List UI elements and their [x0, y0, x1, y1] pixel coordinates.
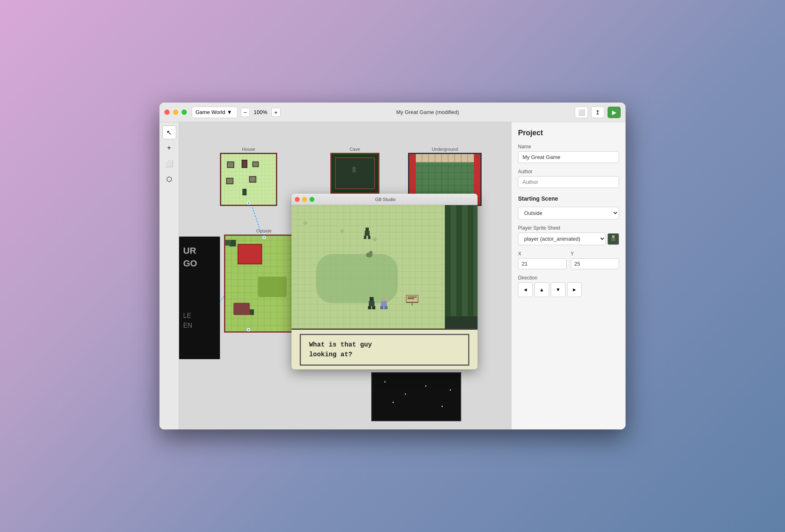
name-label: Name	[518, 144, 619, 150]
zoom-controls: − 100% +	[241, 108, 280, 117]
view-tool[interactable]: ⬡	[162, 172, 176, 186]
left-toolbar: ↖ + ⬜ ⬡	[159, 122, 179, 429]
play-button[interactable]: ▶	[608, 107, 621, 118]
svg-rect-18	[408, 297, 417, 297]
direction-label: Direction	[518, 275, 619, 281]
dialog-box: What is that guylooking at?	[292, 329, 478, 369]
zoom-level: 100%	[251, 109, 270, 115]
svg-rect-9	[370, 297, 374, 301]
starting-scene-title: Starting Scene	[518, 195, 619, 202]
panel-title: Project	[518, 129, 619, 137]
name-input[interactable]	[518, 151, 619, 163]
outside-bottom-connection	[247, 328, 250, 331]
cave-scene[interactable]: Cave	[330, 147, 379, 194]
svg-rect-23	[610, 241, 613, 243]
svg-rect-13	[382, 297, 386, 301]
svg-rect-22	[611, 238, 615, 241]
sprite-preview	[608, 233, 619, 245]
dialog-border: What is that guylooking at?	[300, 334, 469, 366]
star	[392, 402, 394, 403]
play-icon: ▶	[612, 109, 617, 116]
svg-rect-5	[368, 236, 370, 239]
svg-rect-20	[412, 302, 413, 306]
select-tool[interactable]: ↖	[162, 125, 176, 139]
y-input[interactable]	[571, 258, 619, 269]
star	[405, 393, 406, 395]
cave-canvas	[330, 153, 379, 194]
x-field: X	[518, 251, 567, 269]
svg-rect-10	[369, 301, 375, 306]
minimize-button[interactable]	[173, 110, 178, 115]
house-canvas	[220, 153, 277, 206]
zoom-out-button[interactable]: −	[241, 108, 250, 117]
view-icon: ⬡	[166, 175, 172, 183]
star	[442, 406, 443, 407]
folder-icon: ⬜	[578, 109, 585, 116]
world-dropdown-label: Game World	[195, 109, 225, 115]
game-preview: What is that guylooking at?	[292, 205, 478, 369]
folder-button[interactable]: ⬜	[575, 107, 588, 118]
left-dark-panel: UR GO LE EN	[179, 237, 220, 359]
author-label: Author	[518, 169, 619, 174]
starting-scene-select[interactable]: Outside	[518, 207, 619, 219]
house-connection-dot	[247, 201, 250, 205]
svg-rect-19	[408, 298, 414, 299]
house-scene-label: House	[220, 147, 277, 152]
direction-pad: ◄ ▲ ▼ ►	[518, 282, 619, 297]
close-button[interactable]	[164, 110, 170, 115]
svg-rect-14	[381, 301, 387, 306]
star	[450, 389, 451, 391]
maximize-button[interactable]	[182, 110, 187, 115]
svg-rect-21	[612, 235, 615, 238]
eraser-icon: ⬜	[165, 160, 173, 168]
right-panel: Project Name Author Starting Scene Outsi…	[511, 122, 626, 429]
underground-scene-label: Underground	[408, 147, 482, 152]
chevron-down-icon: ▼	[227, 109, 232, 115]
preview-titlebar: GB Studio	[292, 194, 478, 205]
y-field: Y	[571, 251, 619, 269]
preview-minimize[interactable]	[302, 197, 307, 202]
titlebar-actions: ⬜ ↥ ▶	[575, 107, 621, 118]
star	[384, 381, 386, 382]
author-input[interactable]	[518, 176, 619, 188]
direction-up[interactable]: ▲	[534, 282, 549, 297]
eraser-tool[interactable]: ⬜	[162, 156, 176, 170]
zoom-in-button[interactable]: +	[271, 108, 280, 117]
svg-rect-11	[368, 306, 371, 309]
direction-left[interactable]: ◄	[518, 282, 533, 297]
svg-rect-12	[372, 306, 375, 309]
outside-top-connection	[262, 236, 266, 239]
canvas-area[interactable]: House Cave	[179, 122, 511, 429]
add-tool[interactable]: +	[162, 141, 176, 155]
xy-row: X Y	[518, 251, 619, 269]
sprite-select-row: player (actor_animated)	[518, 232, 619, 245]
dialog-text: What is that guylooking at?	[309, 340, 460, 360]
preview-close[interactable]	[295, 197, 300, 202]
direction-right[interactable]: ►	[567, 282, 582, 297]
titlebar: Game World ▼ − 100% + My Great Game (mod…	[159, 103, 626, 122]
house-scene[interactable]: House	[220, 147, 277, 206]
preview-window: GB Studio	[292, 194, 478, 369]
export-icon: ↥	[595, 109, 600, 116]
add-icon: +	[167, 144, 171, 152]
cave-scene-label: Cave	[330, 147, 379, 152]
svg-rect-15	[380, 306, 384, 309]
star	[425, 385, 426, 387]
svg-point-7	[369, 251, 372, 254]
svg-rect-4	[364, 236, 366, 239]
svg-rect-8	[372, 253, 373, 253]
y-label: Y	[571, 251, 619, 257]
svg-rect-3	[365, 231, 370, 236]
main-window: Game World ▼ − 100% + My Great Game (mod…	[159, 103, 626, 429]
traffic-lights	[164, 110, 187, 115]
export-button[interactable]: ↥	[591, 107, 604, 118]
preview-maximize[interactable]	[310, 197, 314, 202]
x-input[interactable]	[518, 258, 567, 269]
world-dropdown[interactable]: Game World ▼	[192, 107, 238, 118]
player-sprite-label: Player Sprite Sheet	[518, 225, 619, 231]
cursor-icon: ↖	[166, 129, 172, 136]
window-title: My Great Game (modified)	[280, 109, 575, 115]
direction-down[interactable]: ▼	[551, 282, 565, 297]
player-sprite-select[interactable]: player (actor_animated)	[518, 232, 606, 245]
main-content: ↖ + ⬜ ⬡ House	[159, 122, 626, 429]
